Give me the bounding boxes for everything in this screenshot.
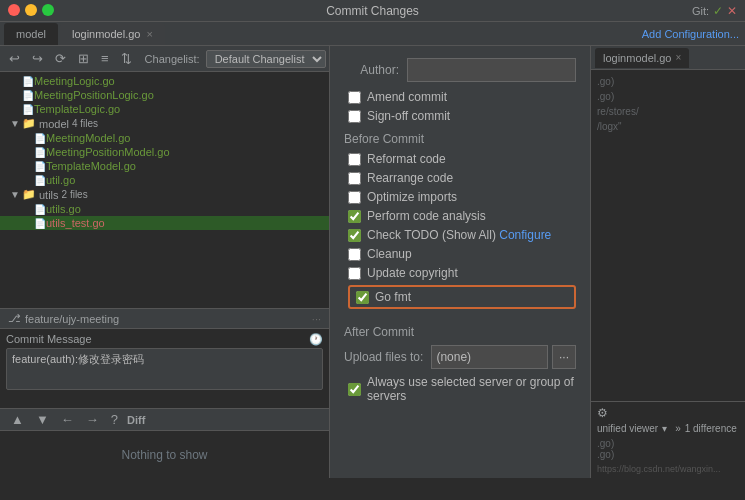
- list-item[interactable]: ▼ 📁 model 4 files: [0, 116, 329, 131]
- branch-bar: ⎇ feature/ujy-meeting ···: [0, 308, 329, 328]
- author-label: Author:: [344, 63, 399, 77]
- diff-next-icon[interactable]: →: [83, 411, 102, 428]
- unified-viewer-label: unified viewer: [597, 423, 658, 434]
- left-panel: ↩ ↪ ⟳ ⊞ ≡ ⇅ Changelist: Default Changeli…: [0, 46, 330, 478]
- diff-count-label: »: [675, 423, 681, 434]
- code-line: .go): [597, 89, 739, 104]
- left-toolbar: ↩ ↪ ⟳ ⊞ ≡ ⇅ Changelist: Default Changeli…: [0, 46, 329, 72]
- minimize-button[interactable]: [25, 4, 37, 16]
- list-item-selected[interactable]: 📄 utils_test.go: [0, 216, 329, 230]
- close-button[interactable]: [8, 4, 20, 16]
- diff-down-icon[interactable]: ▼: [33, 411, 52, 428]
- configure-link[interactable]: Configure: [499, 228, 551, 242]
- editor-tab-close-icon[interactable]: ×: [676, 52, 682, 63]
- tab-model[interactable]: model: [4, 23, 58, 45]
- tab-close-icon[interactable]: ×: [146, 28, 152, 40]
- file-icon: 📄: [34, 175, 46, 186]
- file-icon: 📄: [34, 218, 46, 229]
- commit-form-panel: Author: Amend commit Sign-off commit Bef…: [330, 46, 590, 478]
- expand-arrow-icon: ▼: [10, 118, 22, 129]
- optimize-checkbox[interactable]: [348, 191, 361, 204]
- maximize-button[interactable]: [42, 4, 54, 16]
- file-icon: 📄: [34, 204, 46, 215]
- file-icon: 📄: [22, 90, 34, 101]
- file-icon: 📄: [34, 133, 46, 144]
- code-line: re/stores/: [597, 104, 739, 119]
- diff-prev-icon[interactable]: ←: [58, 411, 77, 428]
- file-icon: 📄: [34, 161, 46, 172]
- file-name: util.go: [46, 174, 75, 186]
- gear-icon[interactable]: ⚙: [597, 406, 608, 420]
- list-item[interactable]: 📄 MeetingModel.go: [0, 131, 329, 145]
- rearrange-checkbox[interactable]: [348, 172, 361, 185]
- redo-icon[interactable]: ↪: [29, 50, 46, 67]
- author-row: Author:: [344, 58, 576, 82]
- diff-content: Nothing to show: [0, 431, 329, 478]
- rearrange-row: Rearrange code: [344, 171, 576, 185]
- copyright-checkbox[interactable]: [348, 267, 361, 280]
- upload-select[interactable]: (none): [431, 345, 548, 369]
- changelist-select[interactable]: Default Changelist: [206, 50, 326, 68]
- file-name: TemplateLogic.go: [34, 103, 120, 115]
- changelist-label: Changelist:: [145, 53, 200, 65]
- code-line: /logx": [597, 119, 739, 134]
- tab-loginmodel[interactable]: loginmodel.go ×: [60, 23, 165, 45]
- git-label: Git:: [692, 5, 709, 17]
- after-commit-header: After Commit: [344, 325, 576, 339]
- editor-tab-label: loginmodel.go: [603, 52, 672, 64]
- upload-more-button[interactable]: ···: [552, 345, 576, 369]
- file-name: utils_test.go: [46, 217, 105, 229]
- add-configuration-link[interactable]: Add Configuration...: [642, 28, 739, 40]
- diff-up-icon[interactable]: ▲: [8, 411, 27, 428]
- commit-clock-icon: 🕐: [309, 333, 323, 346]
- amend-commit-checkbox[interactable]: [348, 91, 361, 104]
- list-item[interactable]: 📄 MeetingPositionModel.go: [0, 145, 329, 159]
- tab-bar: model loginmodel.go × Add Configuration.…: [0, 22, 745, 46]
- code-analysis-row: Perform code analysis: [344, 209, 576, 223]
- file-name: utils.go: [46, 203, 81, 215]
- list-item[interactable]: 📄 utils.go: [0, 202, 329, 216]
- author-input[interactable]: [407, 58, 576, 82]
- main-layout: ↩ ↪ ⟳ ⊞ ≡ ⇅ Changelist: Default Changeli…: [0, 46, 745, 478]
- sort-icon[interactable]: ⇅: [118, 50, 135, 67]
- list-item[interactable]: 📄 TemplateLogic.go: [0, 102, 329, 116]
- after-commit-section: After Commit Upload files to: (none) ···…: [344, 321, 576, 408]
- editor-diff-text: .go) .go): [597, 438, 739, 460]
- branch-name: feature/ujy-meeting: [25, 313, 119, 325]
- folder-icon: 📁: [22, 188, 36, 201]
- refresh-icon[interactable]: ⟳: [52, 50, 69, 67]
- editor-content: .go) .go) re/stores/ /logx": [591, 70, 745, 401]
- check-todo-checkbox[interactable]: [348, 229, 361, 242]
- list-item[interactable]: 📄 util.go: [0, 173, 329, 187]
- check-todo-row: Check TODO (Show All) Configure: [344, 228, 576, 242]
- check-todo-label: Check TODO (Show All) Configure: [367, 228, 551, 242]
- optimize-row: Optimize imports: [344, 190, 576, 204]
- file-name: MeetingPositionLogic.go: [34, 89, 154, 101]
- commit-message-input[interactable]: feature(auth):修改登录密码: [6, 348, 323, 390]
- diff-help-icon[interactable]: ?: [108, 411, 121, 428]
- code-analysis-checkbox[interactable]: [348, 210, 361, 223]
- file-icon: 📄: [22, 76, 34, 87]
- go-fmt-checkbox[interactable]: [356, 291, 369, 304]
- menu-icon[interactable]: ≡: [98, 50, 112, 67]
- editor-tab-loginmodel[interactable]: loginmodel.go ×: [595, 48, 689, 68]
- folder-name: model: [39, 118, 69, 130]
- list-item[interactable]: 📄 MeetingLogic.go: [0, 74, 329, 88]
- always-use-checkbox[interactable]: [348, 383, 361, 396]
- cleanup-row: Cleanup: [344, 247, 576, 261]
- reformat-checkbox[interactable]: [348, 153, 361, 166]
- window-controls[interactable]: [8, 4, 54, 16]
- code-analysis-label: Perform code analysis: [367, 209, 486, 223]
- diff-icon[interactable]: ⊞: [75, 50, 92, 67]
- file-name: MeetingLogic.go: [34, 75, 115, 87]
- commit-message-label: Commit Message 🕐: [6, 333, 323, 346]
- signoff-commit-checkbox[interactable]: [348, 110, 361, 123]
- undo-icon[interactable]: ↩: [6, 50, 23, 67]
- list-item[interactable]: 📄 TemplateModel.go: [0, 159, 329, 173]
- list-item[interactable]: 📄 MeetingPositionLogic.go: [0, 88, 329, 102]
- cleanup-checkbox[interactable]: [348, 248, 361, 261]
- file-name: TemplateModel.go: [46, 160, 136, 172]
- expand-handle: ···: [312, 313, 321, 325]
- list-item[interactable]: ▼ 📁 utils 2 files: [0, 187, 329, 202]
- copyright-label: Update copyright: [367, 266, 458, 280]
